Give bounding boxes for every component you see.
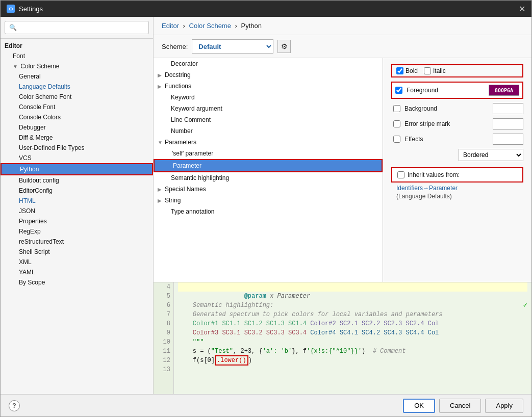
token-keyword[interactable]: Keyword [154,92,383,103]
background-color-picker[interactable] [493,103,523,114]
inherit-link[interactable]: Identifiers→Parameter [396,185,518,192]
scheme-bar: Scheme: Default Darcula High Contrast Mo… [154,35,531,58]
inherit-label: Inherit values from: [408,171,460,178]
search-box [1,17,153,39]
sidebar-item-buildout[interactable]: Buildout config [1,175,153,186]
effects-checkbox[interactable] [393,136,400,143]
code-line-9: Color#3 SC3.1 SC3.2 SC3.3 SC3.4 Color#4 … [178,328,527,337]
sidebar-item-json[interactable]: JSON [1,206,153,216]
sidebar-item-properties[interactable]: Properties [1,216,153,226]
breadcrumb-sep2: › [235,22,237,30]
code-line-8: Color#1 SC1.1 SC1.2 SC1.3 SC1.4 Color#2 … [178,319,527,328]
token-number[interactable]: Number [154,125,383,137]
sidebar-item-debugger[interactable]: Debugger [1,122,153,133]
sidebar-item-colorscheme[interactable]: ▼ Color Scheme [1,61,153,71]
token-special-names[interactable]: ▶ Special Names [154,184,383,195]
code-line-6: Semantic highlighting: [178,301,527,310]
effects-style-select[interactable]: Bordered Underscored Bold Underscored [459,149,523,161]
search-input[interactable] [5,21,149,34]
sidebar-item-shell-script[interactable]: Shell Script [1,247,153,257]
code-line-12: f(s[0].lower()) [178,356,527,365]
token-keyword-arg[interactable]: Keyword argument [154,103,383,114]
token-parameter[interactable]: Parameter [154,159,383,172]
inherit-checkbox[interactable] [397,171,404,178]
bold-italic-box: Bold Italic [391,64,523,77]
bold-option: Bold [396,67,418,74]
editor-area: Decorator ▶ Docstring ▶ Functions Keywor… [154,58,531,282]
token-semantic[interactable]: Semantic highlighting [154,172,383,184]
sidebar-item-general[interactable]: General [1,71,153,82]
sidebar-item-regexp[interactable]: RegExp [1,226,153,237]
help-button[interactable]: ? [9,400,20,411]
background-row: Background [393,103,523,114]
sidebar-item-console-font[interactable]: Console Font [1,102,153,112]
foreground-checkbox[interactable] [395,87,402,94]
lower-method: .lower() [215,355,248,366]
error-stripe-label: Error stripe mark [404,120,489,127]
breadcrumb-editor[interactable]: Editor [162,22,179,30]
token-string[interactable]: ▶ String [154,195,383,206]
window-title: Settings [19,5,43,13]
token-label: Functions [165,83,191,90]
italic-checkbox[interactable] [424,67,431,74]
token-line-comment[interactable]: Line Comment [154,114,383,125]
sidebar-item-restructured[interactable]: reStructuredText [1,237,153,247]
bold-label: Bold [406,67,418,74]
scheme-select[interactable]: Default Darcula High Contrast Monokai [192,39,273,54]
token-self-parameter[interactable]: 'self' parameter [154,148,383,159]
sidebar: Editor Font ▼ Color Scheme General Langu… [1,17,154,394]
code-area[interactable]: 4 5 6 7 8 9 10 11 12 13 @param x Parame [154,282,531,394]
scheme-gear-button[interactable]: ⚙ [277,40,291,53]
code-line-11: s = ("Test", 2+3, {'a': 'b'}, f'{x!s:{"^… [178,347,527,356]
breadcrumb: Editor › Color Scheme › Python [154,17,531,35]
cancel-button[interactable]: Cancel [439,399,481,413]
sidebar-item-yaml[interactable]: YAML [1,267,153,277]
no-arrow [164,209,171,215]
effects-color-picker[interactable] [493,134,523,145]
sidebar-item-xml[interactable]: XML [1,257,153,267]
sidebar-item-editorconfig[interactable]: EditorConfig [1,186,153,196]
token-functions[interactable]: ▶ Functions [154,81,383,92]
expand-icon: ▶ [158,84,165,89]
sidebar-item-font[interactable]: Font [1,51,153,61]
sidebar-item-language-defaults[interactable]: Language Defaults [1,82,153,92]
token-label: Parameter [173,162,201,169]
sidebar-item-by-scope[interactable]: By Scope [1,277,153,288]
token-parameters[interactable]: ▼ Parameters [154,137,383,148]
breadcrumb-colorscheme[interactable]: Color Scheme [189,22,231,30]
bottom-left: ? [9,400,20,411]
error-stripe-checkbox[interactable] [393,120,400,127]
token-docstring[interactable]: ▶ Docstring [154,69,383,81]
breadcrumb-python: Python [241,22,262,30]
close-button[interactable]: ✕ [519,4,525,14]
foreground-row: Foreground 800P6A [391,82,523,99]
settings-window: ⚙ Settings ✕ Editor Font ▼ Color Scheme … [0,0,532,417]
token-decorator[interactable]: Decorator [154,58,383,69]
token-label: Semantic highlighting [171,174,229,181]
main-panel: Editor › Color Scheme › Python Scheme: D… [154,17,531,394]
ok-button[interactable]: OK [403,399,435,413]
foreground-color-picker[interactable]: 800P6A [489,85,519,96]
token-label: Parameters [165,139,196,146]
bold-checkbox[interactable] [396,67,403,74]
effects-row: Effects [393,134,523,145]
bottom-bar: ? OK Cancel Apply [1,394,531,416]
expand-icon: ▶ [158,72,165,78]
sidebar-item-html[interactable]: HTML [1,196,153,206]
apply-button[interactable]: Apply [485,399,523,413]
main-content: Editor Font ▼ Color Scheme General Langu… [1,17,531,394]
foreground-hex-value: 800P6A [495,88,513,93]
background-checkbox[interactable] [393,105,400,112]
sidebar-item-python[interactable]: Python [1,163,153,175]
sidebar-item-editor[interactable]: Editor [1,41,153,51]
title-bar-left: ⚙ Settings [7,5,43,13]
sidebar-item-user-defined[interactable]: User-Defined File Types [1,143,153,153]
sidebar-item-console-colors[interactable]: Console Colors [1,112,153,122]
error-stripe-color-picker[interactable] [493,118,523,129]
effects-label: Effects [404,136,489,143]
token-type-annotation[interactable]: Type annotation [154,206,383,217]
code-line-10: """ [178,337,527,347]
sidebar-item-color-scheme-font[interactable]: Color Scheme Font [1,92,153,102]
sidebar-item-vcs[interactable]: VCS [1,153,153,163]
sidebar-item-diff-merge[interactable]: Diff & Merge [1,133,153,143]
